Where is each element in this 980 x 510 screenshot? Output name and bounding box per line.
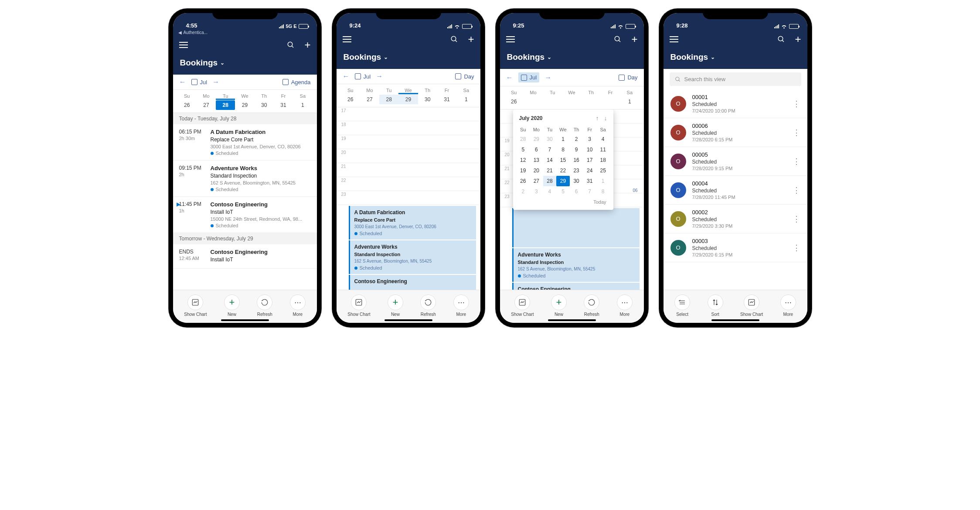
calendar-day[interactable]: 28 — [517, 134, 530, 144]
calendar-day[interactable]: 6 — [570, 186, 583, 197]
calendar-day[interactable]: 30 — [570, 176, 583, 186]
calendar-day[interactable]: 3 — [583, 134, 596, 144]
week-date[interactable]: 28 — [379, 95, 398, 104]
month-up-icon[interactable]: ↑ — [596, 115, 599, 122]
week-date[interactable]: 27 — [360, 95, 379, 104]
view-toggle[interactable]: Day — [619, 74, 637, 81]
week-date[interactable]: 1 — [620, 97, 639, 106]
calendar-day[interactable]: 26 — [517, 176, 530, 186]
bottom-bar-more[interactable]: ⋯More — [290, 294, 306, 317]
bottom-bar-refresh[interactable]: Refresh — [584, 294, 599, 317]
search-input[interactable]: Search this view — [670, 72, 801, 86]
week-date[interactable]: 30 — [255, 100, 274, 110]
calendar-day[interactable]: 1 — [596, 176, 610, 186]
calendar-day[interactable]: 1 — [556, 134, 570, 144]
day-content[interactable]: 17181920212223A Datum FabricationReplace… — [337, 107, 480, 290]
calendar-day[interactable]: 29 — [556, 176, 570, 186]
week-date[interactable]: 30 — [418, 95, 437, 104]
calendar-day[interactable]: 2 — [570, 134, 583, 144]
day-content[interactable]: 1920212223Adventure WorksStandard Inspec… — [500, 110, 644, 290]
calendar-day[interactable]: 22 — [556, 165, 570, 176]
page-title[interactable]: Bookings⌄ — [664, 49, 807, 69]
week-date[interactable]: 31 — [274, 100, 293, 110]
calendar-day[interactable]: 13 — [530, 155, 543, 165]
event-card[interactable]: A Datum FabricationReplace Core Part3000… — [349, 206, 476, 240]
calendar-day[interactable]: 29 — [530, 134, 543, 144]
event-card[interactable]: Adventure WorksStandard Inspection162 S … — [512, 248, 640, 282]
calendar-day[interactable]: 8 — [596, 186, 610, 197]
menu-icon[interactable] — [343, 36, 351, 42]
list-item[interactable]: O00002Scheduled7/29/2020 3:30 PM⋮ — [664, 205, 807, 233]
bottom-bar-new[interactable]: +New — [224, 294, 240, 317]
bottom-bar-refresh[interactable]: Refresh — [257, 294, 272, 317]
calendar-day[interactable]: 19 — [517, 165, 530, 176]
week-dates[interactable]: 2627282930311 — [337, 95, 480, 107]
add-icon[interactable]: + — [468, 33, 474, 45]
month-down-icon[interactable]: ↓ — [604, 115, 607, 122]
page-title[interactable]: Bookings⌄ — [173, 55, 317, 75]
calendar-day[interactable]: 30 — [543, 134, 557, 144]
add-icon[interactable]: + — [795, 33, 801, 45]
event-card[interactable] — [512, 208, 640, 247]
agenda-item[interactable]: ENDS12:45 AMContoso EngineeringInstall I… — [173, 244, 317, 269]
calendar-day[interactable]: 14 — [543, 155, 557, 165]
view-toggle[interactable]: Day — [455, 73, 474, 80]
event-card[interactable]: Contoso Engineering — [512, 283, 640, 290]
month-picker-button[interactable]: Jul — [518, 72, 540, 82]
kebab-icon[interactable]: ⋮ — [793, 243, 800, 253]
calendar-day[interactable]: 8 — [556, 144, 570, 155]
list-item[interactable]: O00003Scheduled7/29/2020 6:15 PM⋮ — [664, 233, 807, 262]
kebab-icon[interactable]: ⋮ — [793, 99, 800, 109]
week-date[interactable]: 31 — [437, 95, 456, 104]
calendar-day[interactable]: 11 — [596, 144, 610, 155]
search-icon[interactable] — [777, 35, 785, 43]
prev-arrow-icon[interactable]: ← — [506, 74, 513, 82]
week-date[interactable] — [543, 97, 562, 106]
week-date[interactable] — [524, 97, 543, 106]
agenda-item[interactable]: 06:15 PM2h 30mA Datum FabricationReplace… — [173, 124, 317, 161]
kebab-icon[interactable]: ⋮ — [793, 185, 800, 195]
list-item[interactable]: O00005Scheduled7/28/2020 9:15 PM⋮ — [664, 147, 807, 176]
next-arrow-icon[interactable]: → — [212, 78, 219, 86]
search-icon[interactable] — [287, 41, 295, 49]
list-content[interactable]: O00001Scheduled7/24/2020 10:00 PM⋮O00006… — [664, 89, 807, 290]
calendar-day[interactable]: 17 — [583, 155, 596, 165]
calendar-day[interactable]: 12 — [517, 155, 530, 165]
search-icon[interactable] — [614, 35, 622, 43]
calendar-day[interactable]: 7 — [543, 144, 557, 155]
calendar-day[interactable]: 21 — [543, 165, 557, 176]
prev-arrow-icon[interactable]: ← — [343, 72, 350, 80]
calendar-day[interactable]: 23 — [570, 165, 583, 176]
menu-icon[interactable] — [506, 36, 515, 42]
week-date[interactable]: 26 — [504, 97, 524, 106]
calendar-day[interactable]: 5 — [556, 186, 570, 197]
bottom-bar-more[interactable]: ⋯More — [617, 294, 633, 317]
bottom-bar-more[interactable]: ⋯More — [780, 294, 796, 317]
menu-icon[interactable] — [179, 42, 188, 48]
calendar-day[interactable]: 15 — [556, 155, 570, 165]
calendar-day[interactable]: 10 — [583, 144, 596, 155]
agenda-item[interactable]: ▶11:45 PM1hContoso EngineeringInstall Io… — [173, 197, 317, 233]
bottom-bar-new[interactable]: +New — [551, 294, 567, 317]
list-item[interactable]: O00004Scheduled7/28/2020 11:45 PM⋮ — [664, 176, 807, 205]
calendar-day[interactable]: 31 — [583, 176, 596, 186]
bottom-bar-show-chart[interactable]: Show Chart — [740, 294, 763, 317]
add-icon[interactable]: + — [304, 39, 310, 51]
month-picker-button[interactable]: Jul — [191, 79, 208, 86]
calendar-day[interactable]: 5 — [517, 144, 530, 155]
calendar-day[interactable]: 3 — [530, 186, 543, 197]
bottom-bar-refresh[interactable]: Refresh — [420, 294, 436, 317]
week-date[interactable]: 26 — [177, 100, 197, 110]
week-date[interactable]: 29 — [398, 95, 418, 104]
page-title[interactable]: Bookings⌄ — [337, 49, 480, 69]
kebab-icon[interactable]: ⋮ — [793, 128, 800, 137]
week-date[interactable] — [601, 97, 620, 106]
bottom-bar-sort[interactable]: Sort — [708, 294, 723, 317]
list-item[interactable]: O00006Scheduled7/28/2020 6:15 PM⋮ — [664, 118, 807, 147]
month-picker-button[interactable]: Jul — [355, 73, 371, 80]
calendar-day[interactable]: 27 — [530, 176, 543, 186]
calendar-day[interactable]: 7 — [583, 186, 596, 197]
page-title[interactable]: Bookings⌄ — [500, 49, 644, 69]
bottom-bar-more[interactable]: ⋯More — [453, 294, 469, 317]
calendar-day[interactable]: 2 — [517, 186, 530, 197]
